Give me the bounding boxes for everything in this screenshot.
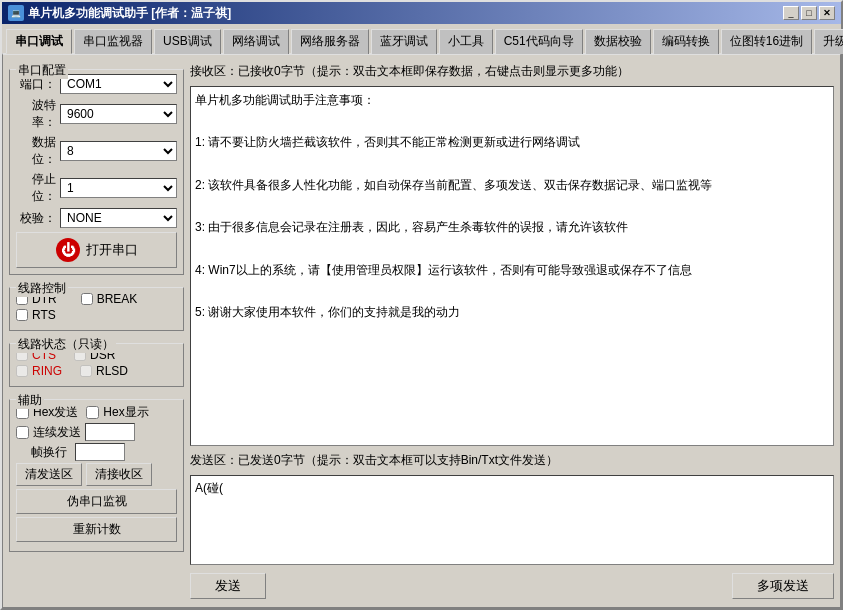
tab-network[interactable]: 网络调试 [223,29,289,54]
receive-line: 5: 谢谢大家使用本软件，你们的支持就是我的动力 [195,303,829,322]
line-control-title: 线路控制 [16,280,68,297]
send-button[interactable]: 发送 [190,573,266,599]
hex-show-label: Hex显示 [103,404,148,421]
tab-usb[interactable]: USB调试 [154,29,221,54]
tab-serial[interactable]: 串口调试 [6,29,72,54]
stop-bits-row: 停止位： 1 2 [16,171,177,205]
baud-row: 波特率： 9600 115200 57600 38400 [16,97,177,131]
data-bits-row: 数据位： 8 7 6 5 [16,134,177,168]
right-panel: 接收区：已接收0字节（提示：双击文本框即保存数据，右键点击则显示更多功能） 单片… [190,61,834,601]
receive-line [195,239,829,258]
aux-title: 辅助 [16,392,44,409]
title-left: 💻 单片机多功能调试助手 [作者：温子祺] [8,5,231,22]
main-window: 💻 单片机多功能调试助手 [作者：温子祺] _ □ ✕ 串口调试 串口监视器 U… [0,0,843,610]
reset-count-button[interactable]: 重新计数 [16,517,177,542]
parity-label: 校验： [16,210,56,227]
receive-line [195,282,829,301]
break-label: BREAK [97,292,138,306]
send-textarea[interactable] [190,475,834,565]
title-bar-controls: _ □ ✕ [783,6,835,20]
ring-rlsd-row: RING RLSD [16,364,177,378]
hex-show-checkbox[interactable] [86,406,99,419]
open-serial-button[interactable]: ⏻ 打开串口 [16,232,177,268]
multi-send-button[interactable]: 多项发送 [732,573,834,599]
tab-server[interactable]: 网络服务器 [291,29,369,54]
clear-send-button[interactable]: 清发送区 [16,463,82,486]
frame-row: 帧换行 40 [16,443,177,461]
serial-config-group: 串口配置 端口： COM1 COM2 COM3 COM4 波特率： 9600 1… [9,69,184,275]
left-panel: 串口配置 端口： COM1 COM2 COM3 COM4 波特率： 9600 1… [9,61,184,601]
continuous-input[interactable]: 1000 [85,423,135,441]
clear-recv-button[interactable]: 清接收区 [86,463,152,486]
aux-group: 辅助 Hex发送 Hex显示 连续发送 1000 帧换行 40 清发 [9,399,184,552]
baud-label: 波特率： [16,97,56,131]
tab-hex[interactable]: 位图转16进制 [721,29,812,54]
power-icon: ⏻ [56,238,80,262]
send-header: 发送区：已发送0字节（提示：双击文本框可以支持Bin/Txt文件发送） [190,450,834,471]
window-title: 单片机多功能调试助手 [作者：温子祺] [28,5,231,22]
receive-line: 4: Win7以上的系统，请【使用管理员权限】运行该软件，否则有可能导致强退或保… [195,261,829,280]
receive-line [195,112,829,131]
tab-c51[interactable]: C51代码向导 [495,29,583,54]
minimize-button[interactable]: _ [783,6,799,20]
tab-encode[interactable]: 编码转换 [653,29,719,54]
baud-select[interactable]: 9600 115200 57600 38400 [60,104,177,124]
rts-row: RTS [16,308,177,322]
parity-select[interactable]: NONE ODD EVEN [60,208,177,228]
tab-monitor[interactable]: 串口监视器 [74,29,152,54]
parity-row: 校验： NONE ODD EVEN [16,208,177,228]
line-status-group: 线路状态（只读） CTS DSR RING RLSD [9,343,184,387]
open-serial-label: 打开串口 [86,241,138,259]
serial-config-title: 串口配置 [16,62,68,79]
continuous-row: 连续发送 1000 [16,423,177,441]
receive-line [195,155,829,174]
tab-bar: 串口调试 串口监视器 USB调试 网络调试 网络服务器 蓝牙调试 小工具 C51… [2,24,841,53]
rts-label: RTS [32,308,56,322]
stop-bits-label: 停止位： [16,171,56,205]
data-bits-label: 数据位： [16,134,56,168]
ring-checkbox [16,365,28,377]
frame-input[interactable]: 40 [75,443,125,461]
maximize-button[interactable]: □ [801,6,817,20]
receive-line: 单片机多功能调试助手注意事项： [195,91,829,110]
rlsd-label: RLSD [96,364,128,378]
line-control-group: 线路控制 DTR BREAK RTS [9,287,184,331]
port-select[interactable]: COM1 COM2 COM3 COM4 [60,74,177,94]
break-checkbox[interactable] [81,293,93,305]
receive-line: 1: 请不要让防火墙拦截该软件，否则其不能正常检测更新或进行网络调试 [195,133,829,152]
window-icon: 💻 [8,5,24,21]
tab-tools[interactable]: 小工具 [439,29,493,54]
continuous-checkbox[interactable] [16,426,29,439]
receive-line: 3: 由于很多信息会记录在注册表，因此，容易产生杀毒软件的误报，请允许该软件 [195,218,829,237]
send-btn-row: 发送 多项发送 [190,569,834,601]
frame-label: 帧换行 [31,444,67,461]
continuous-label: 连续发送 [33,424,81,441]
receive-line [195,197,829,216]
rts-checkbox[interactable] [16,309,28,321]
tab-bluetooth[interactable]: 蓝牙调试 [371,29,437,54]
fake-monitor-button[interactable]: 伪串口监视 [16,489,177,514]
receive-area[interactable]: 单片机多功能调试助手注意事项： 1: 请不要让防火墙拦截该软件，否则其不能正常检… [190,86,834,446]
ring-label: RING [32,364,62,378]
tab-upgrade[interactable]: 升级与配置 [814,29,843,54]
rlsd-checkbox [80,365,92,377]
data-bits-select[interactable]: 8 7 6 5 [60,141,177,161]
close-button[interactable]: ✕ [819,6,835,20]
receive-header: 接收区：已接收0字节（提示：双击文本框即保存数据，右键点击则显示更多功能） [190,61,834,82]
stop-bits-select[interactable]: 1 2 [60,178,177,198]
main-content: 串口配置 端口： COM1 COM2 COM3 COM4 波特率： 9600 1… [2,53,841,608]
line-status-title: 线路状态（只读） [16,336,116,353]
tab-checksum[interactable]: 数据校验 [585,29,651,54]
title-bar: 💻 单片机多功能调试助手 [作者：温子祺] _ □ ✕ [2,2,841,24]
receive-line: 2: 该软件具备很多人性化功能，如自动保存当前配置、多项发送、双击保存数据记录、… [195,176,829,195]
